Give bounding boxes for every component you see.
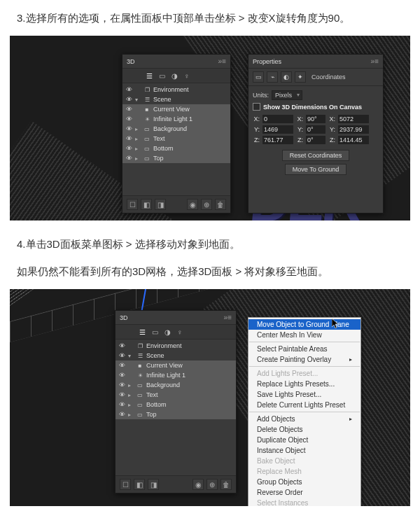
tree-row-current-view[interactable]: 👁 ■Current View (115, 360, 236, 370)
tree-row-scene[interactable]: 👁▾☰Scene (115, 351, 236, 360)
filter-light-icon[interactable]: ♀ (183, 71, 191, 80)
eye-icon[interactable]: 👁 (125, 86, 132, 93)
tree-row-environment[interactable]: 👁❐Environment (122, 85, 230, 94)
filter-all-icon[interactable]: ☰ (145, 71, 153, 80)
eye-icon[interactable]: 👁 (118, 352, 125, 359)
filter-all-icon[interactable]: ☰ (138, 328, 146, 336)
menu-item[interactable]: Save Lights Preset... (248, 389, 360, 400)
twisty-icon[interactable]: ▸ (135, 155, 141, 162)
mouse-cursor-icon (332, 318, 340, 328)
eye-icon[interactable]: 👁 (118, 391, 125, 398)
mode-mesh-icon[interactable]: ▭ (253, 71, 264, 83)
menu-item[interactable]: Delete Objects (248, 424, 360, 435)
tree-row-current-view[interactable]: 👁 ■Current View (122, 104, 230, 114)
move-to-ground-button[interactable]: Move To Ground (285, 164, 346, 175)
mode-cap-icon[interactable]: ◐ (281, 71, 292, 83)
twisty-icon[interactable]: ▸ (135, 136, 141, 142)
panel-menu-icon[interactable]: »≡ (224, 314, 232, 321)
footer-icon-3[interactable]: ◨ (155, 199, 166, 210)
panel-properties-header[interactable]: Properties »≡ (248, 55, 383, 69)
eye-icon[interactable]: 👁 (125, 106, 132, 113)
trash-icon[interactable]: 🗑 (220, 479, 232, 490)
eye-icon[interactable]: 👁 (118, 342, 125, 349)
units-dropdown[interactable]: Pixels (272, 90, 302, 100)
panel-3d-header[interactable]: 3D »≡ (122, 55, 230, 69)
tree-row-bottom[interactable]: 👁▸▭Bottom (115, 400, 236, 410)
filter-material-icon[interactable]: ◑ (170, 71, 178, 80)
eye-icon[interactable]: 👁 (118, 411, 125, 418)
eye-icon[interactable]: 👁 (125, 125, 132, 132)
twisty-icon[interactable]: ▸ (128, 392, 134, 398)
eye-icon[interactable]: 👁 (118, 372, 125, 379)
menu-item[interactable]: Center Mesh In View (248, 330, 360, 340)
coord-x-pos[interactable]: 0 (262, 115, 293, 123)
filter-mesh-icon[interactable]: ▭ (158, 71, 166, 80)
eye-icon[interactable]: 👁 (125, 155, 132, 162)
tree-row-bottom[interactable]: 👁▸▭Bottom (122, 144, 230, 153)
twisty-icon[interactable]: ▾ (135, 97, 141, 103)
new-icon[interactable]: ⊕ (206, 479, 218, 490)
eye-icon[interactable]: 👁 (118, 362, 125, 369)
tree-row-top[interactable]: 👁▸▭Top (115, 410, 236, 419)
twisty-icon[interactable]: ▸ (128, 412, 134, 418)
eye-icon[interactable]: 👁 (125, 135, 132, 142)
coord-x-scale[interactable]: 5072 (338, 115, 369, 123)
panel-menu-icon[interactable]: »≡ (371, 57, 379, 65)
menu-item[interactable]: Replace Lights Presets... (248, 379, 360, 389)
tree-row-infinite-light[interactable]: 👁 ☀Infinite Light 1 (115, 370, 236, 380)
coord-z-rot[interactable]: 0° (306, 136, 326, 144)
filter-light-icon[interactable]: ♀ (176, 328, 184, 336)
menu-item[interactable]: Select Paintable Areas (248, 344, 360, 354)
twisty-icon[interactable]: ▸ (128, 382, 134, 388)
trash-icon[interactable]: 🗑 (215, 199, 226, 210)
eye-icon[interactable]: 👁 (118, 401, 125, 408)
footer-icon-1[interactable]: ☐ (120, 479, 131, 490)
twisty-icon[interactable]: ▾ (128, 353, 134, 359)
menu-item[interactable]: Move Object to Ground Plane (248, 319, 360, 330)
mode-coords-icon[interactable]: ✦ (295, 71, 306, 83)
eye-icon[interactable]: 👁 (125, 96, 132, 103)
menu-item[interactable]: Instance Object (248, 445, 360, 456)
mode-deform-icon[interactable]: ⌁ (267, 71, 278, 83)
coord-z-pos[interactable]: 761.77 (262, 136, 293, 144)
twisty-icon[interactable]: ▸ (135, 126, 141, 132)
tree-row-background[interactable]: 👁▸▭Background (122, 124, 230, 134)
eye-icon[interactable]: 👁 (125, 145, 132, 152)
checkbox-icon[interactable] (253, 103, 260, 111)
coord-y-scale[interactable]: 2937.99 (338, 125, 369, 134)
eye-icon[interactable]: 👁 (125, 115, 132, 122)
twisty-icon[interactable]: ▸ (128, 402, 134, 408)
tree-row-text[interactable]: 👁▸▭Text (115, 390, 236, 400)
menu-item[interactable]: Duplicate Object (248, 435, 360, 445)
show-dims-row[interactable]: Show 3D Dimensions On Canvas (253, 103, 379, 111)
render-icon[interactable]: ◉ (187, 199, 198, 210)
coord-x-rot[interactable]: 90° (306, 115, 326, 123)
reset-coords-button[interactable]: Reset Coordinates (282, 150, 350, 161)
coord-y-pos[interactable]: 1469 (262, 125, 293, 134)
footer-icon-2[interactable]: ◧ (134, 479, 145, 490)
twisty-icon[interactable]: ▸ (135, 146, 141, 152)
menu-item[interactable]: Create Painting Overlay▸ (248, 354, 360, 365)
footer-icon-3[interactable]: ◨ (148, 479, 159, 490)
menu-item[interactable]: Group Objects (248, 477, 360, 487)
menu-item[interactable]: Add Objects▸ (248, 414, 360, 424)
panel-3d-header[interactable]: 3D »≡ (115, 311, 236, 325)
coord-z-scale[interactable]: 1414.45 (338, 136, 369, 144)
panel-menu-icon[interactable]: »≡ (218, 57, 226, 65)
eye-icon[interactable]: 👁 (118, 382, 125, 388)
tree-row-top[interactable]: 👁▸▭Top (122, 153, 230, 163)
render-icon[interactable]: ◉ (192, 479, 204, 490)
new-icon[interactable]: ⊕ (201, 199, 212, 210)
tree-row-environment[interactable]: 👁❐Environment (115, 341, 236, 351)
footer-icon-1[interactable]: ☐ (127, 199, 138, 210)
coord-y-rot[interactable]: 0° (306, 125, 326, 134)
filter-material-icon[interactable]: ◑ (163, 328, 172, 336)
tree-row-scene[interactable]: 👁▾☰Scene (122, 94, 230, 104)
filter-mesh-icon[interactable]: ▭ (150, 328, 159, 336)
tree-row-infinite-light[interactable]: 👁 ☀Infinite Light 1 (122, 114, 230, 124)
menu-item[interactable]: Reverse Order (248, 487, 360, 498)
tree-row-background[interactable]: 👁▸▭Background (115, 380, 236, 390)
tree-row-text[interactable]: 👁▸▭Text (122, 134, 230, 144)
footer-icon-2[interactable]: ◧ (141, 199, 152, 210)
menu-item[interactable]: Delete Current Lights Preset (248, 400, 360, 410)
